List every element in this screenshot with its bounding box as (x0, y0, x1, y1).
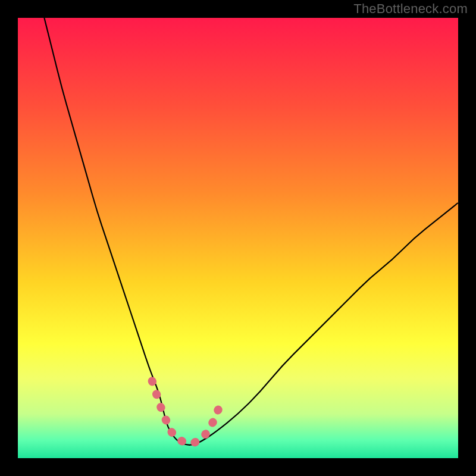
source-attribution: TheBottleneck.com (353, 1, 468, 17)
chart-frame: TheBottleneck.com (0, 0, 476, 476)
bottleneck-plot (18, 18, 458, 458)
gradient-background (18, 18, 458, 458)
